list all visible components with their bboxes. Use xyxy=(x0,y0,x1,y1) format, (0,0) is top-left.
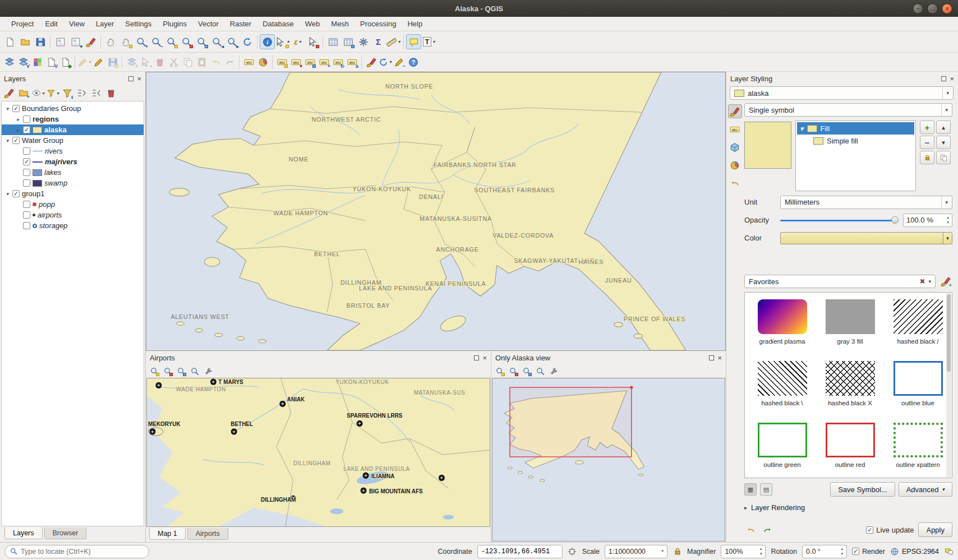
visibility-checkbox[interactable] xyxy=(23,147,30,155)
only-alaska-map-canvas[interactable] xyxy=(492,378,725,541)
collapse-all-icon[interactable] xyxy=(90,86,103,100)
add-vector-layer-icon[interactable]: V xyxy=(16,55,30,69)
layout-manager-icon[interactable]: ▾ xyxy=(68,34,83,49)
lock-color-button[interactable] xyxy=(920,151,934,164)
expander-icon[interactable]: ▾ xyxy=(4,191,10,197)
show-hide-labels-icon[interactable] xyxy=(303,55,317,69)
visibility-checkbox[interactable] xyxy=(23,169,30,176)
visibility-checkbox[interactable]: ✓ xyxy=(12,137,20,144)
airports-map-canvas[interactable]: ✈ ✈ ✈ ✈ ✈ ✈ ✈ ✈ ✈ ✈ xyxy=(147,378,490,526)
menu-project[interactable]: Project xyxy=(6,18,39,30)
menu-view[interactable]: View xyxy=(63,18,90,30)
layer-row-majrivers[interactable]: ✓ majrivers xyxy=(2,156,144,167)
select-features-icon[interactable]: ▾ xyxy=(275,34,290,49)
layer-rendering-section[interactable]: ▸ Layer Rendering xyxy=(744,501,952,513)
airports-map-view[interactable]: ✈ ✈ ✈ ✈ ✈ ✈ ✈ ✈ ✈ ✈ xyxy=(146,378,490,527)
rotate-label-icon[interactable]: ↻ xyxy=(331,55,345,69)
change-label-icon[interactable]: a xyxy=(345,55,359,69)
color-button[interactable]: ▾ xyxy=(780,232,952,244)
toggle-editing-icon[interactable] xyxy=(91,55,105,69)
refresh-icon[interactable] xyxy=(239,34,255,49)
data-source-manager-icon[interactable] xyxy=(2,55,16,69)
open-layer-styling-icon[interactable] xyxy=(2,86,16,100)
redo-icon[interactable] xyxy=(223,55,237,69)
zoom-to-layer-icon[interactable] xyxy=(521,365,533,377)
coordinate-input[interactable] xyxy=(481,548,559,556)
zoom-to-layer-icon[interactable] xyxy=(194,34,209,49)
vertex-tool-icon[interactable]: ▪ xyxy=(139,55,153,69)
save-symbol-button[interactable]: Save Symbol... xyxy=(830,482,895,497)
undo-map-icon[interactable]: ▾ xyxy=(378,55,392,69)
menu-raster[interactable]: Raster xyxy=(224,18,257,30)
identify-features-icon[interactable] xyxy=(260,34,275,49)
expander-icon[interactable]: ▸ xyxy=(15,127,21,133)
menu-layer[interactable]: Layer xyxy=(90,18,120,30)
save-layer-edits-icon[interactable] xyxy=(105,55,119,69)
filter-legend-icon[interactable]: ▾ xyxy=(46,86,59,100)
manage-map-themes-icon[interactable]: ▾ xyxy=(31,86,45,100)
float-panel-icon[interactable] xyxy=(941,76,946,81)
float-panel-icon[interactable] xyxy=(128,76,133,81)
opacity-slider[interactable] xyxy=(780,215,899,226)
advanced-button[interactable]: Advanced▾ xyxy=(899,482,952,497)
tab-airports[interactable]: Airports xyxy=(187,528,228,540)
layer-row-airports[interactable]: airports xyxy=(2,210,144,220)
main-map-canvas[interactable]: NORTH SLOPE NORTHWEST ARCTIC NOME FAIRBA… xyxy=(146,72,725,350)
close-panel-icon[interactable]: × xyxy=(717,354,722,362)
symbol-item-outline-red[interactable]: outline red xyxy=(819,423,881,478)
new-shapefile-layer-icon[interactable]: V xyxy=(44,55,58,69)
copy-features-icon[interactable] xyxy=(181,55,195,69)
close-panel-icon[interactable]: × xyxy=(137,75,141,82)
menu-settings[interactable]: Settings xyxy=(119,18,157,30)
tab-map-1[interactable]: Map 1 xyxy=(149,528,186,540)
layer-row-popp[interactable]: popp xyxy=(2,199,144,210)
locator-search[interactable] xyxy=(4,545,149,558)
rotation-spinbox[interactable]: 0.0 ° ▴▾ xyxy=(802,545,847,558)
unit-select[interactable]: Millimeters ▾ xyxy=(780,196,952,209)
help-icon[interactable] xyxy=(406,55,420,69)
set-view-extent-icon[interactable] xyxy=(534,365,546,377)
view-settings-icon[interactable] xyxy=(547,365,560,377)
zoom-full-icon[interactable] xyxy=(494,365,506,377)
symbol-item-outline-green[interactable]: outline green xyxy=(752,423,813,478)
visibility-checkbox[interactable] xyxy=(23,201,30,208)
menu-edit[interactable]: Edit xyxy=(39,18,63,30)
deselect-features-icon[interactable] xyxy=(305,34,320,49)
coordinate-box[interactable] xyxy=(477,545,563,558)
menu-database[interactable]: Database xyxy=(257,18,300,30)
extent-icon[interactable] xyxy=(568,547,577,556)
statistics-icon[interactable]: Σ xyxy=(371,34,386,49)
list-view-icon[interactable]: ▤ xyxy=(760,483,772,496)
style-manager-icon[interactable]: + xyxy=(939,275,952,288)
pan-to-selection-icon[interactable] xyxy=(118,34,133,49)
scrollbar-thumb[interactable] xyxy=(947,294,951,372)
new-geopackage-layer-icon[interactable]: ◆ xyxy=(58,55,72,69)
undo-style-icon[interactable] xyxy=(744,524,757,536)
delete-selected-icon[interactable] xyxy=(153,55,167,69)
cut-features-icon[interactable] xyxy=(167,55,181,69)
menu-mesh[interactable]: Mesh xyxy=(325,18,354,30)
history-tab-icon[interactable] xyxy=(728,176,742,190)
highlight-pinned-labels-icon[interactable] xyxy=(275,55,289,69)
visibility-checkbox[interactable]: ✓ xyxy=(23,126,30,133)
apply-button[interactable]: Apply xyxy=(918,522,952,537)
style-manager-icon[interactable] xyxy=(83,34,98,49)
pan-map-icon[interactable] xyxy=(103,34,118,49)
zoom-next-icon[interactable]: ▸ xyxy=(224,34,239,49)
visibility-checkbox[interactable] xyxy=(23,115,30,123)
symbol-item-gray-3-fill[interactable]: gray 3 fill xyxy=(819,299,881,354)
layer-row-regions[interactable]: ▸ regions xyxy=(2,114,144,124)
symbol-item-gradient-plasma[interactable]: gradient plasma xyxy=(752,299,813,354)
diagrams-tab-icon[interactable] xyxy=(728,158,742,172)
symbol-item-hashed-black-backslash[interactable]: hashed black \ xyxy=(752,361,813,416)
move-label-icon[interactable]: + xyxy=(317,55,331,69)
measure-icon[interactable]: ▾ xyxy=(386,34,401,49)
visibility-checkbox[interactable]: ✓ xyxy=(12,105,20,112)
layer-row-boundaries-group[interactable]: ▾ ✓ Boundaries Group xyxy=(2,103,144,114)
layer-row-swamp[interactable]: swamp xyxy=(2,178,144,188)
symbology-tab-icon[interactable] xyxy=(728,104,742,118)
tab-browser[interactable]: Browser xyxy=(44,527,87,539)
zoom-to-layer-icon[interactable] xyxy=(175,365,187,377)
current-edits-icon[interactable]: ▾ xyxy=(77,55,91,69)
add-group-icon[interactable]: + xyxy=(17,86,30,100)
